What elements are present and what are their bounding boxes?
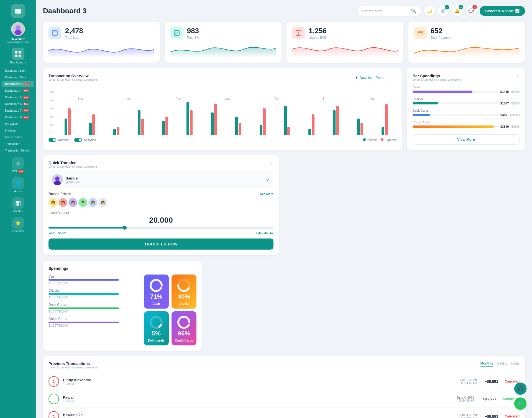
friend-avatar-2[interactable]: 👩: [58, 198, 67, 207]
bar-group: [324, 106, 348, 135]
svg-rect-1: [15, 10, 21, 11]
previous-transactions-card: Previous Transactions Lorem ipsum dolor …: [43, 356, 525, 418]
insert-amount-label: Insert Amount: [48, 211, 273, 215]
sidebar-item-cards-center[interactable]: Cards Center: [2, 134, 34, 140]
bar-spendings-subtitle: Lorem ipsum dolor sit amet, consectetur: [413, 78, 462, 81]
sidebar-item-dashboard3[interactable]: Dashboard 3 New: [2, 81, 34, 87]
sidebar-item-dashboard-light[interactable]: Dashboard Light: [2, 67, 34, 74]
transfer-amount: 20.000: [48, 216, 273, 225]
sidebar-item-transaction[interactable]: Transaction: [2, 140, 34, 147]
fab-support[interactable]: 🎧: [514, 383, 526, 395]
sidebar-logo[interactable]: [11, 4, 25, 18]
svg-rect-13: [174, 30, 179, 35]
transaction-more-button[interactable]: ···: [392, 75, 397, 81]
bar-income: [260, 125, 262, 135]
friend-avatar-1[interactable]: 👩: [48, 198, 57, 207]
svg-rect-17: [418, 31, 423, 35]
friend-avatar-6[interactable]: 👩: [98, 198, 107, 207]
bar-income: [235, 117, 238, 135]
theme-toggle-button[interactable]: 🌙: [424, 6, 435, 16]
friend-avatar-3[interactable]: 👩: [68, 198, 77, 207]
sidebar-item-dashboard6[interactable]: Dashboard 6 New: [2, 101, 34, 107]
amount-slider-fill: [48, 227, 127, 229]
tx-icon-1: ↻: [48, 376, 59, 387]
qt-user-name: Samuel: [66, 176, 80, 180]
user-email: william@gmail.com: [7, 41, 29, 43]
stat-chart-unpaid-emi: [292, 42, 398, 58]
quick-transfer-more-button[interactable]: ···: [269, 161, 273, 166]
bar-spendings-title: Bar Spendings: [413, 74, 462, 78]
bar-expense: [263, 108, 266, 135]
qt-check-icon: ✓: [266, 177, 270, 183]
amount-slider-thumb[interactable]: [123, 226, 127, 230]
sidebar-item-my-wallet[interactable]: My Wallet: [2, 120, 34, 127]
badge-new-d7: New: [23, 109, 29, 112]
transfer-now-button[interactable]: TRANSFER NOW: [48, 239, 273, 250]
download-icon: ⬇: [355, 76, 358, 80]
view-more-button[interactable]: View More: [413, 134, 520, 145]
bar-spendings-more-button[interactable]: ···: [515, 74, 520, 80]
friend-avatar-5[interactable]: 👩: [88, 198, 97, 207]
sidebar-tool-charts[interactable]: 📊 Charts ›: [12, 197, 24, 213]
sidebar-tool-cms[interactable]: ⚙ CMS New ›: [11, 157, 25, 173]
sidebar-tool-favorites[interactable]: ⭐ Favorites: [12, 217, 24, 233]
sidebar-item-dashboard-dark[interactable]: Dashboard Dark: [2, 74, 34, 81]
transaction-overview-title: Transaction Overview: [48, 74, 98, 78]
chat-icon: 💬: [468, 8, 474, 14]
dashboard-main-label[interactable]: Dashboard ∨: [10, 61, 26, 64]
search-input[interactable]: [362, 9, 409, 13]
bar-chart-bars: [56, 102, 397, 135]
download-report-button[interactable]: ⬇ Download Report: [351, 74, 390, 82]
spendings-list-item-cash: Cash $1,567/$5,000: [48, 275, 137, 285]
prev-tx-subtitle: Lorem ipsum dolor sit amet, consectetur: [48, 366, 98, 369]
friend-avatar-4[interactable]: 👨: [78, 198, 87, 207]
fab-cart[interactable]: 🛒: [514, 398, 526, 410]
bar-expense: [239, 123, 241, 135]
sidebar-item-dashboard8[interactable]: Dashboard 8 New: [2, 114, 34, 120]
tx-row-3: ↻ Hawkins Jr. Cashback June 4, 2020 05:3…: [48, 408, 520, 418]
cart-button[interactable]: 🛒 2: [438, 6, 449, 16]
svg-rect-2: [16, 12, 17, 12]
stat-value-total-payment: 652: [431, 27, 452, 35]
bar-expense: [360, 123, 363, 135]
quick-transfer-title: Quick Transfer: [48, 161, 98, 165]
sidebar-tool-apps[interactable]: 🌐 Apps ›: [12, 177, 24, 193]
number-toggle[interactable]: [48, 138, 56, 142]
search-box[interactable]: 🔍: [358, 6, 421, 16]
search-icon: 🔍: [411, 8, 416, 14]
dashboard-main-icon[interactable]: [12, 48, 24, 60]
quick-transfer-subtitle: Lorem ipsum dolor sit amet, consectetur: [48, 165, 98, 168]
cart-fab-icon: 🛒: [517, 401, 523, 407]
donut-credit: 96% Credit Cards: [172, 311, 196, 345]
chart-legend: Number Analytics Income Expense: [48, 138, 397, 142]
tab-today[interactable]: Today: [511, 361, 520, 367]
svg-rect-5: [15, 51, 17, 53]
generate-report-button[interactable]: Generate Report 📈: [480, 6, 525, 16]
bar-expense: [287, 127, 290, 135]
spendings-list-item-checks: Checks $1,567/$5,000: [48, 289, 137, 299]
bar-income: [211, 112, 214, 135]
bar-expense: [165, 117, 168, 135]
bar-group: [300, 114, 323, 135]
analytics-toggle[interactable]: [74, 138, 82, 142]
prev-tx-title: Previous Transactions: [48, 361, 98, 366]
sidebar-item-dashboard7[interactable]: Dashboard 7 New: [2, 107, 34, 114]
notification-button[interactable]: 🔔 12: [452, 6, 462, 16]
see-more-link[interactable]: See More: [260, 192, 273, 196]
sidebar-item-dashboard5[interactable]: Dashboard 5 New: [2, 94, 34, 101]
chart-bar-icon: 📈: [515, 9, 520, 13]
prev-tx-tabs: Monthly Weekly Today: [480, 361, 520, 367]
sidebar-item-invoices[interactable]: Invoices: [2, 127, 34, 134]
bar-chart: 0 20 40 60 80 100 Sun Mon Tue Wed T: [48, 85, 397, 142]
stat-label-total-payment: Total Payment: [431, 36, 452, 40]
notification-badge: 12: [459, 5, 463, 9]
bar-spendings-card: Bar Spendings Lorem ipsum dolor sit amet…: [407, 68, 525, 150]
sidebar-item-transaction-details[interactable]: Transaction Details: [2, 147, 34, 154]
tx-row-2: ↓ Paipal Transfer June 4, 2020 05:34:45 …: [48, 390, 520, 408]
tab-weekly[interactable]: Weekly: [497, 361, 507, 367]
tab-monthly[interactable]: Monthly: [480, 361, 493, 367]
svg-point-3: [16, 25, 21, 30]
message-badge: 5: [472, 5, 477, 9]
sidebar-item-dashboard4[interactable]: Dashboard 4 New: [2, 87, 34, 94]
message-button[interactable]: 💬 5: [466, 6, 476, 16]
